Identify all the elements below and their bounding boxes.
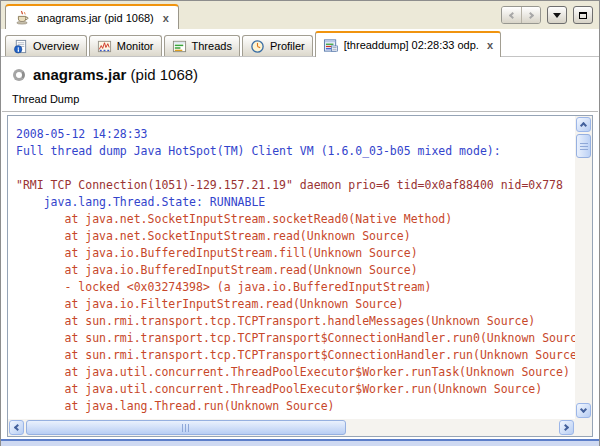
chevron-left-icon bbox=[14, 424, 21, 431]
dump-line: at java.io.FilterInputStream.read(Unknow… bbox=[16, 296, 575, 313]
horizontal-scrollbar-thumb[interactable] bbox=[26, 420, 346, 435]
dump-line bbox=[16, 160, 575, 177]
visualvm-window: anagrams.jar (pid 1068) x Overview bbox=[0, 0, 600, 446]
application-view: Overview Monitor Threads bbox=[1, 28, 599, 439]
scroll-tabs-left-button[interactable] bbox=[502, 7, 521, 23]
dump-text: 2008-05-12 14:28:33Full thread dump Java… bbox=[8, 116, 575, 419]
chevron-right-icon bbox=[562, 424, 569, 431]
tab-profiler[interactable]: Profiler bbox=[242, 35, 313, 56]
section-title: Thread Dump bbox=[2, 89, 598, 112]
app-pid: (pid 1068) bbox=[126, 66, 198, 83]
app-name: anagrams.jar bbox=[33, 66, 126, 83]
tab-threaddump[interactable]: [threaddump] 02:28:33 odp. x bbox=[315, 31, 501, 57]
app-header: anagrams.jar (pid 1068) bbox=[1, 57, 599, 89]
scroll-left-button[interactable] bbox=[9, 420, 24, 435]
profiler-icon bbox=[250, 39, 265, 54]
thread-dump-panel: 2008-05-12 14:28:33Full thread dump Java… bbox=[7, 115, 593, 437]
ring-icon bbox=[13, 69, 25, 81]
thumb-grip bbox=[182, 424, 191, 432]
chevron-right-icon bbox=[526, 11, 533, 18]
horizontal-scrollbar[interactable] bbox=[8, 419, 575, 436]
application-tabbar: anagrams.jar (pid 1068) x bbox=[1, 1, 599, 29]
maximize-button[interactable] bbox=[573, 6, 593, 24]
threaddump-icon bbox=[323, 38, 339, 53]
tab-monitor[interactable]: Monitor bbox=[89, 35, 162, 56]
page-title: anagrams.jar (pid 1068) bbox=[33, 66, 198, 83]
dump-line: "RMI TCP Connection(1051)-129.157.21.19"… bbox=[16, 177, 575, 194]
scroll-down-button[interactable] bbox=[576, 403, 591, 418]
chevron-left-icon bbox=[509, 11, 516, 18]
dump-line: - locked <0x03274398> (a java.io.Buffere… bbox=[16, 279, 575, 296]
square-outline-icon bbox=[579, 12, 587, 19]
scroll-tabs-right-button[interactable] bbox=[521, 7, 540, 23]
dump-line: at java.net.SocketInputStream.read(Unkno… bbox=[16, 228, 575, 245]
threads-icon bbox=[172, 39, 187, 54]
tab-label: [threaddump] 02:28:33 odp. bbox=[344, 39, 479, 51]
tab-overview[interactable]: Overview bbox=[5, 35, 87, 56]
tab-scroll-buttons bbox=[501, 6, 541, 24]
vertical-scrollbar-thumb[interactable] bbox=[576, 134, 591, 158]
dump-line: at java.net.SocketInputStream.socketRead… bbox=[16, 211, 575, 228]
java-cup-icon bbox=[15, 10, 31, 26]
window-controls bbox=[501, 6, 593, 24]
scrollbar-corner bbox=[575, 419, 592, 436]
view-tabbar: Overview Monitor Threads bbox=[1, 29, 599, 57]
overview-icon bbox=[13, 39, 28, 54]
dump-line: at java.io.BufferedInputStream.fill(Unkn… bbox=[16, 245, 575, 262]
tab-anagrams-jar[interactable]: anagrams.jar (pid 1068) x bbox=[5, 4, 179, 29]
close-icon[interactable]: x bbox=[163, 13, 169, 23]
vertical-scrollbar[interactable] bbox=[575, 116, 592, 419]
scroll-right-button[interactable] bbox=[559, 420, 574, 435]
dump-line: 2008-05-12 14:28:33 bbox=[16, 126, 575, 143]
dump-line: at java.lang.Thread.run(Unknown Source) bbox=[16, 398, 575, 415]
scroll-up-button[interactable] bbox=[576, 117, 591, 132]
dump-line: at java.util.concurrent.ThreadPoolExecut… bbox=[16, 381, 575, 398]
tab-label: Profiler bbox=[270, 40, 305, 52]
triangle-down-icon bbox=[553, 13, 561, 18]
monitor-icon bbox=[97, 39, 112, 54]
tab-label: Threads bbox=[192, 40, 232, 52]
tab-label: Overview bbox=[33, 40, 79, 52]
dump-line: java.lang.Thread.State: RUNNABLE bbox=[16, 194, 575, 211]
dump-line: at java.util.concurrent.ThreadPoolExecut… bbox=[16, 364, 575, 381]
tab-list-dropdown-button[interactable] bbox=[547, 6, 567, 24]
dump-line: at sun.rmi.transport.tcp.TCPTransport.ha… bbox=[16, 313, 575, 330]
tab-label: anagrams.jar (pid 1068) bbox=[37, 12, 154, 24]
dump-line: at sun.rmi.transport.tcp.TCPTransport$Co… bbox=[16, 330, 575, 347]
chevron-down-icon bbox=[580, 406, 587, 413]
dump-line: at sun.rmi.transport.tcp.TCPTransport$Co… bbox=[16, 347, 575, 364]
dump-line: at java.io.BufferedInputStream.read(Unkn… bbox=[16, 262, 575, 279]
window-bottom-edge bbox=[1, 439, 599, 446]
thumb-grip bbox=[580, 143, 588, 150]
tab-label: Monitor bbox=[117, 40, 154, 52]
tab-threads[interactable]: Threads bbox=[164, 35, 240, 56]
chevron-up-icon bbox=[580, 122, 587, 129]
close-icon[interactable]: x bbox=[487, 40, 493, 50]
dump-line: Full thread dump Java HotSpot(TM) Client… bbox=[16, 143, 575, 160]
